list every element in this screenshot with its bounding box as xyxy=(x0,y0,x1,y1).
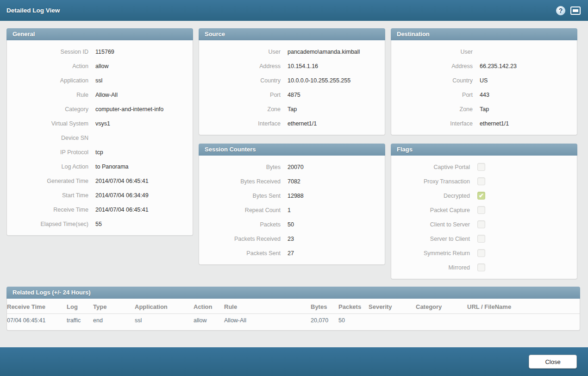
related-logs-panel-header: Related Logs (+/- 24 Hours) xyxy=(6,287,580,299)
flag-label: Captive Portal xyxy=(391,164,470,170)
column-header: Bytes xyxy=(311,299,338,314)
session-counters-panel-body: Bytes20070 Bytes Received7082 Bytes Sent… xyxy=(199,156,385,265)
field-value: Allow-All xyxy=(95,92,118,98)
general-row: Start Time2014/07/04 06:34:49 xyxy=(7,188,187,202)
column-header: Log xyxy=(67,299,93,314)
field-label: Log Action xyxy=(7,163,88,170)
table-cell: traffic xyxy=(67,314,93,328)
flag-checkbox[interactable] xyxy=(477,192,485,200)
related-logs-panel-body: Receive Time Log Type Application Action… xyxy=(6,299,580,331)
field-value: 1 xyxy=(288,207,291,213)
field-value: Tap xyxy=(480,106,489,113)
field-value: ethernet1/1 xyxy=(288,120,317,127)
dialog-title: Detailed Log View xyxy=(6,7,556,14)
flag-row: Server to Client xyxy=(391,232,571,246)
field-value: 2014/07/04 06:45:41 xyxy=(95,178,149,184)
field-label: User xyxy=(199,49,281,55)
source-row: Interfaceethernet1/1 xyxy=(199,116,379,131)
field-label: Bytes Received xyxy=(199,178,281,185)
flag-checkbox[interactable] xyxy=(477,177,485,185)
panel-columns: General Session ID115769 Actionallow App… xyxy=(6,28,582,279)
field-label: Rule xyxy=(7,92,88,98)
field-label: Packets Sent xyxy=(199,250,281,257)
table-cell: 07/04 06:45:41 xyxy=(7,314,67,328)
table-cell: ssl xyxy=(135,314,194,328)
source-row: Country10.0.0.0-10.255.255.255 xyxy=(199,73,379,88)
field-value: 115769 xyxy=(95,49,114,55)
destination-row: Interfaceethernet1/1 xyxy=(391,116,571,131)
table-cell xyxy=(467,314,580,328)
field-value: 443 xyxy=(480,92,489,98)
session-counters-panel-header: Session Counters xyxy=(199,144,385,156)
counter-row: Packets Received23 xyxy=(199,232,379,246)
general-panel-body: Session ID115769 Actionallow Application… xyxy=(6,40,193,236)
dialog-content: General Session ID115769 Actionallow App… xyxy=(0,21,588,347)
field-value: 7082 xyxy=(288,178,300,185)
detailed-log-view-dialog: Detailed Log View ? General Session ID11… xyxy=(0,0,588,376)
field-label: IP Protocol xyxy=(7,149,88,156)
source-row: Port4875 xyxy=(199,88,379,102)
counter-row: Bytes Sent12988 xyxy=(199,188,379,203)
dialog-footer: Close xyxy=(0,347,588,376)
general-row: Categorycomputer-and-internet-info xyxy=(7,102,187,116)
field-value: 12988 xyxy=(288,193,304,199)
titlebar-icons: ? xyxy=(556,6,581,15)
field-value: ssl xyxy=(95,77,102,84)
table-row[interactable]: 07/04 06:45:41 traffic end ssl allow All… xyxy=(7,314,580,328)
field-label: Country xyxy=(199,77,281,84)
table-cell xyxy=(369,314,416,328)
general-row: Receive Time2014/07/04 06:45:41 xyxy=(7,202,187,217)
flag-checkbox[interactable] xyxy=(477,249,485,257)
table-cell: end xyxy=(93,314,135,328)
flag-checkbox[interactable] xyxy=(477,163,485,171)
field-value: allow xyxy=(95,63,109,69)
field-value: 27 xyxy=(288,250,294,257)
flag-checkbox[interactable] xyxy=(477,206,485,214)
help-icon[interactable]: ? xyxy=(556,6,565,15)
field-value: computer-and-internet-info xyxy=(95,106,163,113)
column-header: Category xyxy=(416,299,467,314)
flag-label: Proxy Transaction xyxy=(391,178,470,185)
table-cell: 20,070 xyxy=(311,314,338,328)
field-label: Category xyxy=(7,106,88,113)
session-counters-panel: Session Counters Bytes20070 Bytes Receiv… xyxy=(199,144,385,265)
field-value: US xyxy=(480,77,488,84)
flag-checkbox[interactable] xyxy=(477,220,485,228)
field-label: Application xyxy=(7,77,88,84)
column-header: Rule xyxy=(224,299,311,314)
close-button[interactable]: Close xyxy=(529,355,577,369)
field-label: Zone xyxy=(391,106,473,113)
destination-row: Address66.235.142.23 xyxy=(391,59,571,73)
destination-panel: Destination User Address66.235.142.23 Co… xyxy=(391,28,577,135)
general-row: Applicationssl xyxy=(7,73,187,88)
table-cell xyxy=(416,314,467,328)
window-icon[interactable] xyxy=(570,6,581,15)
related-logs-table: Receive Time Log Type Application Action… xyxy=(7,299,580,327)
column-header: Action xyxy=(194,299,224,314)
flag-checkbox[interactable] xyxy=(477,235,485,243)
flag-row: Captive Portal xyxy=(391,160,571,174)
flag-row: Decrypted xyxy=(391,188,571,203)
column-destination: Destination User Address66.235.142.23 Co… xyxy=(391,28,577,279)
field-value: 10.154.1.16 xyxy=(288,63,318,69)
flag-row: Client to Server xyxy=(391,217,571,232)
flag-checkbox[interactable] xyxy=(477,263,485,271)
general-row: RuleAllow-All xyxy=(7,88,187,102)
table-cell: 50 xyxy=(338,314,369,328)
destination-panel-header: Destination xyxy=(391,28,577,40)
counter-row: Repeat Count1 xyxy=(199,203,379,217)
general-row: Generated Time2014/07/04 06:45:41 xyxy=(7,174,187,188)
field-label: Bytes Sent xyxy=(199,193,281,199)
column-header: Application xyxy=(135,299,194,314)
destination-row: User xyxy=(391,44,571,59)
column-header: URL / FileName xyxy=(467,299,580,314)
flag-label: Client to Server xyxy=(391,221,470,228)
destination-row: ZoneTap xyxy=(391,102,571,116)
field-value: 2014/07/04 06:45:41 xyxy=(95,207,149,213)
field-label: Action xyxy=(7,63,88,69)
flag-row: Symmetric Return xyxy=(391,246,571,260)
general-panel: General Session ID115769 Actionallow App… xyxy=(6,28,193,236)
source-panel: Source Userpancademo\amanda.kimball Addr… xyxy=(199,28,385,135)
field-label: Packets Received xyxy=(199,236,281,242)
field-label: Repeat Count xyxy=(199,207,281,213)
